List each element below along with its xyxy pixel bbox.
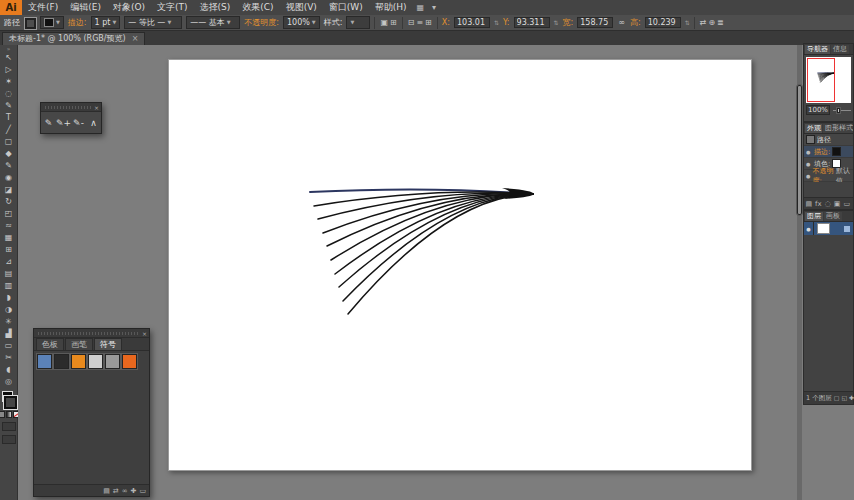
navigator-view-rectangle[interactable]: [807, 58, 835, 102]
color-button[interactable]: [0, 411, 5, 418]
scrollbar-thumb[interactable]: [797, 85, 802, 215]
new-layer-icon[interactable]: ✚: [849, 393, 854, 403]
x-stepper[interactable]: ⇅: [494, 19, 499, 26]
isolate-icon[interactable]: ⊕: [707, 18, 716, 27]
break-link-icon[interactable]: ∞: [122, 486, 128, 496]
symbol-thumb-6[interactable]: [122, 354, 137, 369]
gradient-button[interactable]: [6, 411, 12, 418]
gradient-tool[interactable]: ▥: [1, 280, 17, 292]
mesh-tool[interactable]: ▤: [1, 268, 17, 280]
scale-tool[interactable]: ◰: [1, 208, 17, 220]
document-setup-icon[interactable]: ▣: [379, 18, 389, 27]
drag-handle[interactable]: [45, 106, 92, 109]
stroke-color-swatch[interactable]: [832, 147, 841, 156]
height-stepper[interactable]: ⇅: [685, 19, 690, 26]
symbol-thumb-1[interactable]: [37, 354, 52, 369]
menu-effect[interactable]: 效果(C): [236, 0, 279, 15]
zoom-slider[interactable]: [833, 110, 851, 111]
appearance-row-path[interactable]: 路径: [804, 134, 853, 146]
visibility-eye-icon[interactable]: ●: [806, 149, 812, 155]
y-input[interactable]: [514, 17, 550, 28]
delete-item-icon[interactable]: ▭: [843, 199, 850, 209]
rotate-tool[interactable]: ↻: [1, 196, 17, 208]
add-new-effect-icon[interactable]: fx: [815, 199, 822, 209]
symbols-panel-titlebar[interactable]: ×: [34, 329, 149, 338]
tab-artboards[interactable]: 画板: [824, 212, 842, 221]
symbol-thumb-5[interactable]: [105, 354, 120, 369]
tab-brushes[interactable]: 画笔: [65, 338, 93, 350]
close-panel-icon[interactable]: ×: [142, 330, 147, 337]
arrange-documents-icon[interactable]: ▦: [413, 0, 429, 15]
type-tool[interactable]: T: [1, 112, 17, 124]
selection-tool[interactable]: ↖: [1, 52, 17, 64]
appearance-row-opacity[interactable]: ● 不透明度: 默认值: [804, 170, 853, 182]
pen-panel-titlebar[interactable]: ×: [41, 103, 101, 112]
align-center-icon[interactable]: ≡: [415, 18, 424, 27]
symbol-libraries-icon[interactable]: ▤: [103, 486, 110, 496]
navigator-preview[interactable]: [806, 57, 851, 103]
artwork-blend-curves[interactable]: [168, 59, 752, 471]
rectangle-tool[interactable]: ▢: [1, 136, 17, 148]
width-input[interactable]: [577, 17, 613, 28]
menu-type[interactable]: 文字(T): [151, 0, 194, 15]
pencil-tool[interactable]: ✎: [1, 160, 17, 172]
layer-selection-indicator[interactable]: [844, 226, 850, 232]
stroke-link[interactable]: 描边:: [814, 147, 830, 157]
zoom-percentage-field[interactable]: 100%: [806, 105, 830, 115]
visibility-eye-icon[interactable]: ●: [806, 173, 810, 179]
menu-window[interactable]: 窗口(W): [323, 0, 369, 15]
height-input[interactable]: [645, 17, 681, 28]
magic-wand-tool[interactable]: ✶: [1, 76, 17, 88]
menu-select[interactable]: 选择(S): [194, 0, 237, 15]
fill-stroke-swatches[interactable]: [1, 391, 17, 409]
panel-menu-icon[interactable]: ≣: [716, 18, 725, 27]
tab-symbols[interactable]: 符号: [94, 338, 122, 350]
lasso-tool[interactable]: ◌: [1, 88, 17, 100]
menu-edit[interactable]: 编辑(E): [64, 0, 107, 15]
layer-visibility-eye-icon[interactable]: ●: [804, 222, 814, 235]
tab-appearance[interactable]: 外观: [805, 124, 822, 133]
symbol-sprayer-tool[interactable]: ✳: [1, 316, 17, 328]
eraser-tool[interactable]: ◪: [1, 184, 17, 196]
vertical-scrollbar[interactable]: [797, 45, 802, 500]
close-document-icon[interactable]: ×: [132, 33, 139, 45]
document-tab[interactable]: 未标题-1* @ 100% (RGB/预览) ×: [2, 32, 145, 45]
style-dropdown[interactable]: ▼: [346, 16, 370, 29]
delete-anchor-point-tool[interactable]: ✎-: [71, 118, 86, 128]
tab-navigator[interactable]: 导航器: [805, 45, 830, 54]
artboard-tool[interactable]: ▭: [1, 340, 17, 352]
x-input[interactable]: [454, 17, 490, 28]
workspace-switcher-icon[interactable]: ▾: [428, 0, 440, 15]
make-clipping-mask-icon[interactable]: ▢: [834, 393, 840, 403]
width-tool[interactable]: ≈: [1, 220, 17, 232]
symbol-thumb-2[interactable]: [54, 354, 69, 369]
screen-mode-button[interactable]: [2, 435, 16, 444]
tab-graphic-styles[interactable]: 图形样式: [823, 124, 853, 133]
zoom-slider-thumb[interactable]: [837, 108, 840, 113]
drag-handle[interactable]: [38, 332, 140, 335]
opacity-link[interactable]: 不透明度:: [244, 17, 279, 28]
convert-anchor-point-tool[interactable]: ∧: [86, 118, 101, 128]
menu-help[interactable]: 帮助(H): [369, 0, 413, 15]
slice-tool[interactable]: ✂: [1, 352, 17, 364]
direct-selection-tool[interactable]: ▷: [1, 64, 17, 76]
perspective-grid-tool[interactable]: ⊿: [1, 256, 17, 268]
free-transform-tool[interactable]: ▦: [1, 232, 17, 244]
symbol-thumb-4[interactable]: [88, 354, 103, 369]
brush-definition-dropdown[interactable]: —— 基本▼: [186, 16, 240, 29]
menu-object[interactable]: 对象(O): [107, 0, 151, 15]
preferences-icon[interactable]: ⊞: [389, 18, 398, 27]
width-profile-dropdown[interactable]: — 等比 —▼: [124, 16, 182, 29]
symbol-thumb-3[interactable]: [71, 354, 86, 369]
clear-appearance-icon[interactable]: ◌: [825, 199, 831, 209]
add-new-stroke-icon[interactable]: ▤: [805, 199, 812, 209]
align-left-icon[interactable]: ⊟: [407, 18, 416, 27]
appearance-row-stroke[interactable]: ● 描边:: [804, 146, 853, 158]
paintbrush-tool[interactable]: ◆: [1, 148, 17, 160]
app-logo[interactable]: Ai: [0, 0, 22, 15]
opacity-dropdown[interactable]: 100%▼: [283, 16, 320, 29]
zoom-tool[interactable]: ◎: [1, 376, 17, 388]
add-anchor-point-tool[interactable]: ✎+: [56, 118, 71, 128]
pen-tool[interactable]: ✎: [41, 118, 56, 128]
line-segment-tool[interactable]: ╱: [1, 124, 17, 136]
